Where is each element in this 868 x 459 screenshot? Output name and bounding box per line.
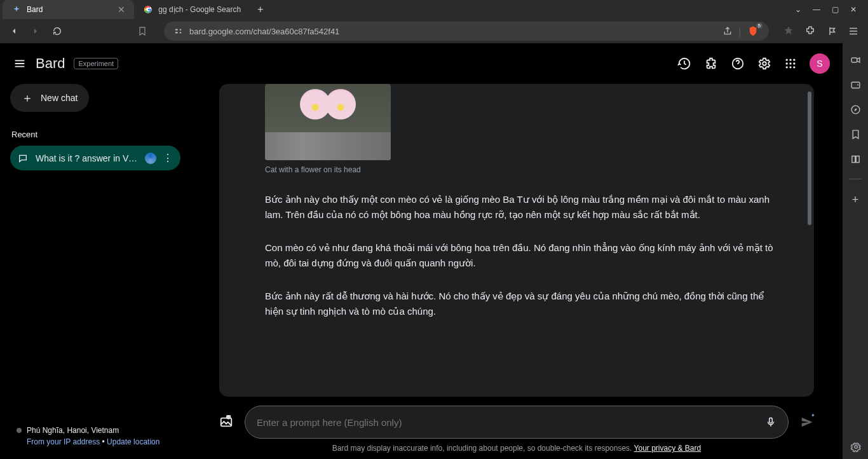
- settings-icon[interactable]: [757, 57, 771, 71]
- sidebar: ＋ New chat Recent What is it ? answer in…: [0, 84, 191, 459]
- help-icon[interactable]: [731, 57, 745, 71]
- svg-point-3: [180, 29, 181, 31]
- loading-indicator-icon: [145, 153, 156, 164]
- browser-side-panel: +: [843, 43, 868, 459]
- svg-point-15: [793, 66, 795, 68]
- svg-rect-1: [175, 29, 178, 31]
- input-row: ✦: [219, 403, 814, 444]
- compass-icon[interactable]: [850, 104, 861, 115]
- response-paragraph: Bức ảnh này cho thấy một con mèo có vẻ l…: [265, 192, 777, 223]
- send-icon[interactable]: ✦: [800, 415, 814, 429]
- chat-bubble-icon: [18, 153, 29, 163]
- location-text: Phú Nghĩa, Hanoi, Vietnam: [17, 426, 174, 435]
- sidebar-footer: Phú Nghĩa, Hanoi, Vietnam From your IP a…: [10, 426, 180, 459]
- svg-point-6: [763, 62, 766, 65]
- new-chat-label: New chat: [41, 93, 78, 103]
- chat-history-item[interactable]: What is it ? answer in Viet... ⋮: [10, 146, 180, 170]
- disclaimer: Bard may display inaccurate info, includ…: [219, 444, 814, 459]
- prompt-input-box[interactable]: [245, 406, 789, 439]
- close-icon[interactable]: ✕: [118, 4, 125, 15]
- brave-shield-icon[interactable]: 5: [747, 25, 759, 37]
- share-icon[interactable]: [722, 26, 733, 36]
- svg-rect-2: [175, 32, 178, 33]
- microphone-icon[interactable]: [765, 416, 776, 428]
- history-icon[interactable]: [677, 57, 691, 71]
- reading-list-icon[interactable]: [850, 154, 861, 165]
- svg-rect-20: [851, 58, 857, 62]
- svg-rect-18: [770, 418, 773, 423]
- svg-point-14: [789, 66, 791, 68]
- svg-point-7: [786, 59, 788, 61]
- bookmark-icon[interactable]: [137, 26, 147, 36]
- svg-point-4: [180, 32, 181, 33]
- browser-navbar: bard.google.com/chat/3ea60c87fa542f41 | …: [0, 19, 868, 43]
- svg-point-13: [786, 66, 788, 68]
- svg-point-22: [857, 84, 858, 85]
- svg-point-10: [786, 62, 788, 64]
- google-favicon-icon: [143, 4, 153, 15]
- browser-tab-google[interactable]: gg dịch - Google Search: [134, 0, 250, 19]
- rewards-icon[interactable]: [783, 25, 794, 37]
- plus-icon: ＋: [22, 90, 33, 106]
- svg-point-19: [855, 446, 858, 449]
- url-text: bard.google.com/chat/3ea60c87fa542f41: [189, 27, 339, 36]
- tab-title: Bard: [27, 5, 43, 14]
- chat-item-menu-icon[interactable]: ⋮: [163, 152, 173, 164]
- new-chat-button[interactable]: ＋ New chat: [10, 84, 89, 112]
- privacy-link[interactable]: Your privacy & Bard: [634, 444, 702, 453]
- menu-icon[interactable]: [13, 57, 27, 71]
- add-panel-icon[interactable]: +: [852, 193, 859, 207]
- response-image: [265, 84, 391, 160]
- media-icon[interactable]: [826, 25, 837, 37]
- update-location-link[interactable]: Update location: [107, 437, 159, 446]
- bookmark-rail-icon[interactable]: [850, 129, 861, 140]
- bard-header: Bard Experiment S: [0, 43, 843, 84]
- user-avatar[interactable]: S: [810, 53, 830, 74]
- chat-area: Cat with a flower on its head Bức ảnh nà…: [212, 84, 822, 459]
- extensions-bard-icon[interactable]: [704, 57, 718, 71]
- recent-label: Recent: [11, 130, 180, 139]
- wallet-icon[interactable]: [850, 79, 861, 90]
- close-window-icon[interactable]: ✕: [850, 5, 857, 14]
- chat-item-title: What is it ? answer in Viet...: [36, 153, 139, 163]
- maximize-icon[interactable]: ▢: [832, 5, 839, 14]
- scrollbar[interactable]: [808, 92, 811, 225]
- response-paragraph: Bức ảnh này rất dễ thương và hài hước. N…: [265, 289, 777, 319]
- extensions-icon[interactable]: [804, 25, 816, 37]
- tab-title: gg dịch - Google Search: [158, 5, 241, 14]
- tab-dropdown-icon[interactable]: ⌄: [795, 5, 801, 14]
- site-settings-icon[interactable]: [174, 27, 183, 36]
- bard-sparkle-icon: [11, 4, 22, 15]
- back-icon[interactable]: [9, 26, 22, 36]
- shield-count: 5: [756, 23, 763, 29]
- new-tab-button[interactable]: +: [250, 4, 271, 15]
- response-card: Cat with a flower on its head Bức ảnh nà…: [219, 84, 814, 397]
- svg-point-9: [793, 59, 795, 61]
- image-caption: Cat with a flower on its head: [265, 165, 777, 174]
- prompt-input[interactable]: [257, 417, 757, 428]
- bard-logo: Bard: [36, 55, 65, 72]
- experiment-badge: Experiment: [74, 58, 118, 69]
- browser-titlebar: Bard ✕ gg dịch - Google Search + ⌄ ― ▢ ✕: [0, 0, 868, 19]
- response-paragraph: Con mèo có vẻ như đang khá thoải mái với…: [265, 240, 777, 271]
- upload-image-icon[interactable]: [219, 415, 233, 429]
- sparkle-icon: ✦: [811, 413, 815, 418]
- browser-tab-bard[interactable]: Bard ✕: [3, 0, 134, 19]
- browser-menu-icon[interactable]: [848, 25, 859, 37]
- page-settings-icon[interactable]: [850, 441, 862, 453]
- url-bar[interactable]: bard.google.com/chat/3ea60c87fa542f41 | …: [164, 22, 769, 41]
- apps-grid-icon[interactable]: [784, 57, 797, 70]
- minimize-icon[interactable]: ―: [813, 5, 820, 14]
- svg-point-11: [789, 62, 791, 64]
- video-call-icon[interactable]: [850, 55, 861, 65]
- svg-point-8: [789, 59, 791, 61]
- response-actions: ⋮: [219, 384, 814, 397]
- forward-icon: [31, 26, 43, 36]
- reload-icon[interactable]: [52, 26, 65, 36]
- ip-address-link[interactable]: From your IP address: [27, 437, 100, 446]
- svg-point-12: [793, 62, 795, 64]
